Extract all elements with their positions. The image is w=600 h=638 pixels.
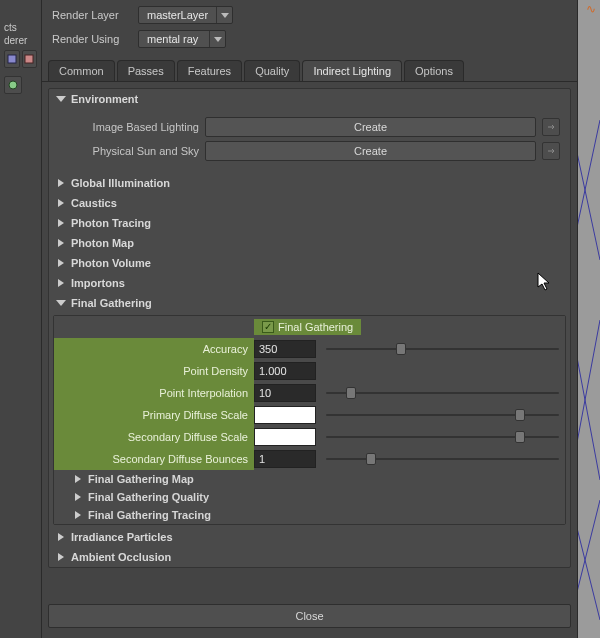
expand-right-icon [55,259,67,267]
secondary-diffuse-swatch[interactable] [254,428,316,446]
leftstrip-label2: derer [0,33,41,46]
section-ao-title: Ambient Occlusion [71,551,171,563]
section-photon-map[interactable]: Photon Map [49,233,570,253]
expand-right-icon [55,199,67,207]
section-photon-tracing[interactable]: Photon Tracing [49,213,570,233]
toolbar-icon-1[interactable] [4,50,20,68]
sunsky-create-button[interactable]: Create [205,141,536,161]
section-irradiance[interactable]: Irradiance Particles [49,527,570,547]
svg-rect-13 [25,55,33,63]
close-button[interactable]: Close [48,604,571,628]
section-photon-volume-title: Photon Volume [71,257,151,269]
render-using-value: mental ray [139,31,209,47]
expand-right-icon [72,493,84,501]
expand-down-icon [55,300,67,306]
section-environment-title: Environment [71,93,138,105]
render-using-label: Render Using [52,33,132,45]
primary-diffuse-swatch[interactable] [254,406,316,424]
section-caustics[interactable]: Caustics [49,193,570,213]
tab-options[interactable]: Options [404,60,464,81]
expand-right-icon [55,553,67,561]
secondary-bounces-label: Secondary Diffuse Bounces [54,448,254,470]
waveform-icon: ∿ [586,2,596,16]
point-density-input[interactable] [254,362,316,380]
render-using-dropdown[interactable]: mental ray [138,30,226,48]
tab-bar: Common Passes Features Quality Indirect … [42,60,577,82]
toolbar-icon-2[interactable] [22,50,38,68]
final-gathering-checkbox-label: Final Gathering [278,321,353,333]
section-gi[interactable]: Global Illumination [49,173,570,193]
section-fg-map[interactable]: Final Gathering Map [54,470,565,488]
expand-right-icon [72,475,84,483]
section-irradiance-title: Irradiance Particles [71,531,173,543]
section-final-gathering[interactable]: Final Gathering [49,293,570,313]
render-layer-label: Render Layer [52,9,132,21]
section-ao[interactable]: Ambient Occlusion [49,547,570,567]
section-photon-map-title: Photon Map [71,237,134,249]
point-density-label: Point Density [54,360,254,382]
section-gi-title: Global Illumination [71,177,170,189]
section-photon-tracing-title: Photon Tracing [71,217,151,229]
expand-down-icon [55,96,67,102]
expand-right-icon [55,279,67,287]
chevron-down-icon [209,31,225,47]
svg-point-14 [9,81,17,89]
ibl-connect-icon[interactable] [542,118,560,136]
final-gathering-checkbox[interactable]: Final Gathering [254,319,361,335]
section-environment-header[interactable]: Environment [49,89,570,109]
ibl-label: Image Based Lighting [59,121,199,133]
accuracy-slider[interactable] [316,340,565,358]
toolbar-icon-3[interactable] [4,76,22,94]
section-fg-map-title: Final Gathering Map [88,473,194,485]
section-caustics-title: Caustics [71,197,117,209]
primary-diffuse-label: Primary Diffuse Scale [54,404,254,426]
section-fg-tracing[interactable]: Final Gathering Tracing [54,506,565,524]
checkbox-icon [262,321,274,333]
render-layer-value: masterLayer [139,7,216,23]
section-fg-quality[interactable]: Final Gathering Quality [54,488,565,506]
section-final-gathering-title: Final Gathering [71,297,152,309]
point-interp-label: Point Interpolation [54,382,254,404]
point-interp-slider[interactable] [316,384,565,402]
sunsky-connect-icon[interactable] [542,142,560,160]
tab-quality[interactable]: Quality [244,60,300,81]
section-fg-tracing-title: Final Gathering Tracing [88,509,211,521]
section-photon-volume[interactable]: Photon Volume [49,253,570,273]
secondary-diffuse-slider[interactable] [316,428,565,446]
expand-right-icon [55,219,67,227]
svg-rect-12 [8,55,16,63]
expand-right-icon [55,533,67,541]
tab-indirect-lighting[interactable]: Indirect Lighting [302,60,402,81]
accuracy-label: Accuracy [54,338,254,360]
sunsky-label: Physical Sun and Sky [59,145,199,157]
ibl-create-button[interactable]: Create [205,117,536,137]
secondary-diffuse-label: Secondary Diffuse Scale [54,426,254,448]
expand-right-icon [55,179,67,187]
section-fg-quality-title: Final Gathering Quality [88,491,209,503]
point-interp-input[interactable] [254,384,316,402]
tab-common[interactable]: Common [48,60,115,81]
tab-features[interactable]: Features [177,60,242,81]
section-importons-title: Importons [71,277,125,289]
accuracy-input[interactable] [254,340,316,358]
expand-right-icon [72,511,84,519]
secondary-bounces-input[interactable] [254,450,316,468]
render-layer-dropdown[interactable]: masterLayer [138,6,233,24]
chevron-down-icon [216,7,232,23]
secondary-bounces-slider[interactable] [316,450,565,468]
expand-right-icon [55,239,67,247]
tab-passes[interactable]: Passes [117,60,175,81]
leftstrip-label1: cts [0,0,41,33]
primary-diffuse-slider[interactable] [316,406,565,424]
section-importons[interactable]: Importons [49,273,570,293]
